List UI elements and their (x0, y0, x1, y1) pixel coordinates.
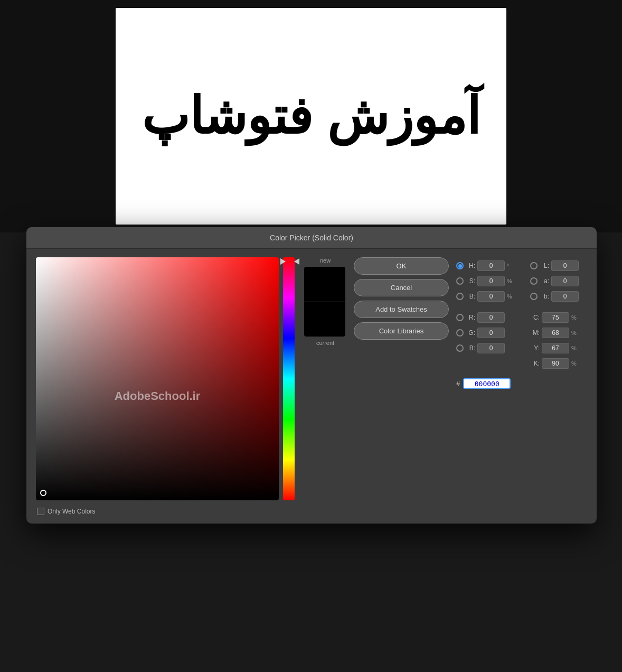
a-input[interactable] (551, 276, 579, 286)
middle-section: new current (304, 257, 346, 346)
hex-input[interactable] (463, 378, 511, 389)
b2-input[interactable] (551, 291, 579, 302)
b2-radio[interactable] (530, 293, 538, 300)
dialog-footer: Only Web Colors (26, 503, 597, 524)
new-label: new (320, 257, 331, 264)
canvas-background: آموزش فتوشاپ (0, 0, 622, 232)
dialog-titlebar: Color Picker (Solid Color) (26, 227, 597, 249)
buttons-col: OK Cancel Add to Swatches Color Librarie… (354, 257, 449, 390)
g-input[interactable] (477, 328, 505, 338)
k-input[interactable] (542, 358, 569, 369)
h-radio[interactable] (456, 262, 464, 269)
hue-slider (283, 257, 295, 500)
color-libraries-button[interactable]: Color Libraries (354, 322, 449, 340)
add-to-swatches-button[interactable]: Add to Swatches (354, 301, 449, 318)
color-field[interactable]: AdobeSchool.ir (36, 257, 279, 500)
b-label: B: (466, 293, 475, 300)
r-row: R: C: % (456, 311, 580, 324)
a-radio[interactable] (530, 277, 538, 285)
k-row: K: % (456, 357, 580, 370)
l-label: L: (540, 262, 549, 269)
g-row: G: M: % (456, 326, 580, 339)
h-row: H: ° L: (456, 259, 580, 272)
l-radio[interactable] (530, 262, 538, 269)
only-web-colors-label: Only Web Colors (48, 508, 95, 515)
k-unit: % (571, 360, 580, 367)
h-label: H: (466, 262, 475, 269)
canvas-document: آموزش فتوشاپ (116, 8, 506, 225)
h-unit: ° (507, 263, 515, 269)
only-web-colors-checkbox[interactable] (37, 508, 44, 515)
c-input[interactable] (542, 312, 569, 323)
c-unit: % (571, 314, 580, 321)
a-label: a: (540, 277, 549, 285)
s-label: S: (466, 277, 475, 285)
ok-button[interactable]: OK (354, 257, 449, 275)
r-radio[interactable] (456, 314, 464, 321)
blue-input[interactable] (477, 343, 505, 353)
preview-new-color[interactable] (304, 267, 345, 302)
m-unit: % (571, 330, 580, 336)
hex-hash: # (456, 380, 460, 388)
g-label: G: (466, 329, 475, 337)
r-label: R: (466, 314, 475, 321)
canvas-text: آموزش فتوشاپ (142, 87, 480, 146)
hex-row: # (456, 377, 580, 390)
s-unit: % (507, 278, 515, 284)
c-label: C: (530, 314, 540, 321)
preview-stack (304, 267, 346, 337)
k-label: K: (530, 360, 540, 367)
blue-radio[interactable] (456, 344, 464, 352)
y-unit: % (571, 345, 580, 351)
color-field-gradient: AdobeSchool.ir (36, 257, 279, 500)
b-unit: % (507, 293, 515, 300)
b-input[interactable] (477, 291, 505, 302)
preview-current-color[interactable] (304, 302, 345, 337)
hue-slider-container[interactable] (283, 257, 297, 500)
h-input[interactable] (477, 260, 505, 271)
m-input[interactable] (542, 328, 569, 338)
current-label: current (316, 340, 334, 346)
color-field-cursor (40, 490, 46, 496)
only-web-colors-container: Only Web Colors (37, 508, 95, 515)
blue-row: B: Y: % (456, 342, 580, 354)
y-label: Y: (530, 344, 540, 352)
s-row: S: % a: (456, 275, 580, 287)
color-picker-dialog: Color Picker (Solid Color) AdobeSchool.i… (26, 227, 597, 524)
g-radio[interactable] (456, 329, 464, 337)
b-row: B: % b: (456, 290, 580, 303)
color-field-dark-overlay (36, 257, 279, 500)
y-input[interactable] (542, 343, 569, 353)
b2-label: b: (540, 293, 549, 300)
b-radio[interactable] (456, 293, 464, 300)
l-input[interactable] (551, 260, 579, 271)
left-section: AdobeSchool.ir (36, 257, 297, 500)
dialog-title: Color Picker (Solid Color) (270, 234, 353, 242)
hue-thumb-right (294, 258, 299, 265)
blue-label: B: (466, 344, 475, 352)
s-radio[interactable] (456, 277, 464, 285)
r-input[interactable] (477, 312, 505, 323)
cancel-button[interactable]: Cancel (354, 279, 449, 296)
hue-thumb-left (280, 258, 286, 265)
m-label: M: (530, 329, 540, 337)
s-input[interactable] (477, 276, 505, 286)
right-section: OK Cancel Add to Swatches Color Librarie… (354, 257, 587, 390)
fields-section: H: ° L: S: % a: (456, 259, 580, 390)
